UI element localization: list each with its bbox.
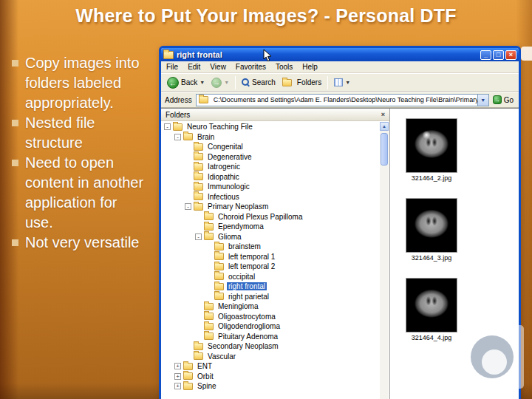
tree-item-ent[interactable]: +ENT: [162, 361, 379, 372]
tree-item-right-frontal[interactable]: right frontal: [162, 282, 379, 292]
views-button[interactable]: ▼: [332, 77, 352, 88]
forward-button[interactable]: → ▼: [209, 76, 231, 89]
address-dropdown-icon[interactable]: ▼: [477, 95, 488, 106]
tree-item-label: Idiopathic: [206, 173, 241, 181]
folder-icon: [183, 133, 193, 140]
bullet-text: Nested file structure: [25, 113, 145, 153]
tree-item-brain[interactable]: -Brain: [162, 132, 379, 143]
tree-expander-spacer: [205, 293, 212, 300]
tree-item-label: Primary Neoplasm: [206, 202, 270, 211]
tree-expander-icon[interactable]: -: [195, 233, 202, 240]
address-path: C:\Documents and Settings\Adam E. Flande…: [214, 96, 477, 103]
tree-item-oligoastrocytoma[interactable]: Oligoastrocytoma: [162, 312, 379, 322]
go-label: Go: [504, 96, 514, 104]
tree-item-orbit[interactable]: +Orbit: [162, 372, 379, 382]
tree-item-spine[interactable]: +Spine: [162, 381, 379, 392]
folder-icon: [194, 203, 203, 211]
menu-edit[interactable]: Edit: [188, 63, 200, 71]
tree-item-choroid-plexus-papilloma[interactable]: Choroid Plexus Papilloma: [162, 212, 379, 222]
back-label: Back: [181, 78, 197, 86]
tree-item-degenerative[interactable]: Degenerative: [162, 152, 379, 163]
tree-scrollbar[interactable]: ▲ ▼: [380, 122, 389, 399]
tree-item-vascular[interactable]: Vascular: [162, 352, 379, 362]
forward-dropdown-icon: ▼: [224, 80, 229, 86]
address-folder-icon: [199, 96, 208, 103]
ct-scan-thumbnail: [406, 198, 457, 253]
ct-scan-thumbnail: [406, 118, 457, 173]
go-button[interactable]: → Go: [493, 95, 515, 104]
tree-item-label: Meningioma: [216, 302, 259, 310]
tree-item-label: Spine: [196, 382, 218, 390]
tree-item-label: Oligoastrocytoma: [216, 313, 277, 321]
folder-icon: [194, 153, 203, 160]
menu-file[interactable]: File: [166, 63, 178, 71]
tree-item-idiopathic[interactable]: Idiopathic: [162, 172, 379, 183]
tree-expander-spacer: [185, 154, 191, 160]
tree-expander-icon[interactable]: +: [174, 363, 181, 369]
tree-item-primary-neoplasm[interactable]: -Primary Neoplasm: [162, 202, 379, 212]
tree-item-brainstem[interactable]: brainstem: [162, 242, 379, 252]
tree-item-secondary-neoplasm[interactable]: Secondary Neoplasm: [162, 341, 379, 352]
tree-item-meningioma[interactable]: Meningioma: [162, 301, 379, 312]
tree-expander-spacer: [195, 313, 202, 320]
tree-item-congenital[interactable]: Congenital: [162, 142, 379, 152]
folder-icon: [183, 372, 193, 380]
menu-view[interactable]: View: [210, 63, 226, 71]
tree-expander-icon[interactable]: -: [164, 123, 171, 130]
scroll-up-icon[interactable]: ▲: [380, 122, 389, 131]
back-button[interactable]: ← Back ▼: [165, 75, 207, 90]
file-item[interactable]: 321464_3.jpg: [403, 198, 460, 262]
folder-icon: [204, 213, 214, 220]
slide-title: Where to Put Your Images? - Personal DTF: [0, 5, 532, 27]
tree-item-oligodendroglioma[interactable]: Oligodendroglioma: [162, 321, 379, 332]
folder-tree: -Neuro Teaching File-BrainCongenitalDege…: [162, 122, 379, 399]
tree-item-glioma[interactable]: -Glioma: [162, 232, 379, 242]
folder-icon: [204, 323, 214, 330]
tree-item-immunologic[interactable]: Immunologic: [162, 182, 379, 192]
tree-item-occipital[interactable]: occipital: [162, 272, 379, 282]
views-icon: [334, 78, 343, 86]
minimize-button[interactable]: _: [480, 50, 491, 60]
search-button[interactable]: Search: [239, 77, 278, 88]
address-combobox[interactable]: C:\Documents and Settings\Adam E. Flande…: [196, 94, 489, 106]
tree-expander-spacer: [185, 174, 191, 180]
menu-tools[interactable]: Tools: [276, 63, 293, 71]
tree-item-label: right parietal: [227, 293, 270, 301]
tree-item-label: brainstem: [227, 242, 262, 250]
tree-item-label: Immunologic: [206, 183, 251, 191]
tree-expander-icon[interactable]: +: [174, 383, 181, 389]
file-item[interactable]: 321464_4.jpg: [403, 278, 460, 341]
bullet-list: Copy images into folders labeled appropr…: [12, 53, 160, 253]
folder-icon: [204, 313, 214, 320]
folders-button[interactable]: Folders: [280, 77, 324, 88]
back-icon: ←: [167, 77, 179, 89]
tree-item-iatrogenic[interactable]: Iatrogenic: [162, 162, 379, 172]
close-folders-icon[interactable]: ×: [381, 111, 385, 118]
tree-item-label: Orbit: [196, 372, 215, 381]
menu-favorites[interactable]: Favorites: [236, 63, 266, 71]
tree-item-label: ENT: [196, 362, 214, 370]
menu-help[interactable]: Help: [302, 63, 318, 71]
tree-expander-icon[interactable]: -: [185, 203, 191, 210]
file-item[interactable]: 321464_2.jpg: [403, 118, 460, 182]
file-name: 321464_3.jpg: [403, 254, 460, 262]
tree-item-label: Congenital: [206, 143, 245, 151]
close-button[interactable]: ×: [505, 50, 516, 60]
tree-item-neuro-teaching-file[interactable]: -Neuro Teaching File: [162, 122, 379, 132]
corner-decoration: [521, 47, 532, 61]
scrollbar-thumb[interactable]: [381, 133, 388, 166]
tree-item-left-temporal-1[interactable]: left temporal 1: [162, 252, 379, 262]
title-bar[interactable]: right frontal _ □ ×: [161, 48, 519, 61]
tree-item-right-parietal[interactable]: right parietal: [162, 292, 379, 302]
maximize-button[interactable]: □: [493, 50, 504, 60]
tree-expander-icon[interactable]: -: [174, 134, 181, 140]
folder-icon: [194, 352, 203, 360]
tree-item-infectious[interactable]: Infectious: [162, 192, 379, 202]
tree-item-ependymoma[interactable]: Ependymoma: [162, 222, 379, 232]
tree-expander-icon[interactable]: +: [174, 373, 181, 380]
tree-item-pituitary-adenoma[interactable]: Pituitary Adenoma: [162, 332, 379, 342]
tree-item-label: left temporal 2: [227, 262, 276, 270]
tree-item-left-temporal-2[interactable]: left temporal 2: [162, 262, 379, 272]
presentation-slide: Where to Put Your Images? - Personal DTF…: [0, 0, 532, 399]
back-dropdown-icon: ▼: [200, 80, 205, 86]
